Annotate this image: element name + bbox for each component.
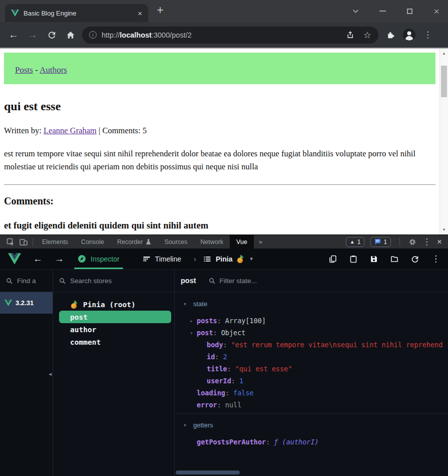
state-section-header[interactable]: ▾ state <box>175 299 448 308</box>
collapse-panel-icon[interactable]: ◂ <box>49 371 52 377</box>
compass-icon <box>78 255 86 263</box>
timeline-icon <box>143 255 151 263</box>
chat-bubble-icon <box>374 239 381 245</box>
vue-logo-icon <box>8 253 21 265</box>
tab-sources[interactable]: Sources <box>158 235 194 249</box>
inspect-element-icon[interactable] <box>4 238 17 246</box>
more-tabs-icon[interactable]: » <box>254 238 267 246</box>
plugin-selector[interactable]: Pinia ▾ <box>203 255 253 263</box>
store-item-comment[interactable]: comment <box>59 336 171 348</box>
page-info-icon[interactable]: i <box>89 31 97 39</box>
author-link[interactable]: Leanne Graham <box>44 126 97 135</box>
vue-menu-icon[interactable]: ⋮ <box>431 254 440 264</box>
vue-app-icon <box>5 300 12 306</box>
store-item-post[interactable]: post <box>59 311 171 323</box>
post-body: est rerum tempore vitae sequi sint nihil… <box>4 147 433 173</box>
warnings-badge[interactable]: ▲1 <box>346 237 365 247</box>
paste-clipboard-icon[interactable] <box>349 255 357 263</box>
extensions-puzzle-icon[interactable] <box>386 31 395 39</box>
browser-window: Basic Blog Engine × + × ← → i http://loc… <box>0 0 448 476</box>
plugin-dropdown-icon[interactable]: ▾ <box>250 256 253 262</box>
scroll-up-icon[interactable]: ▲ <box>440 51 448 56</box>
posts-link[interactable]: Posts <box>15 65 33 75</box>
window-close-icon[interactable]: × <box>432 7 441 16</box>
address-bar[interactable]: i http://localhost:3000/post/2 ☆ <box>82 27 378 44</box>
horizontal-scroll-thumb[interactable] <box>176 470 240 474</box>
share-icon[interactable] <box>346 31 354 39</box>
state-row-id[interactable]: id2 <box>175 351 448 363</box>
pinia-root-node[interactable]: Pinia (root) <box>53 298 174 311</box>
devtools-close-icon[interactable]: × <box>437 237 442 247</box>
bookmark-star-icon[interactable]: ☆ <box>363 31 371 40</box>
reload-icon[interactable] <box>44 28 59 43</box>
search-icon <box>6 278 13 284</box>
search-stores-input[interactable] <box>70 277 168 285</box>
tab-elements[interactable]: Elements <box>36 235 75 249</box>
expand-arrow-icon[interactable]: ▾ <box>188 330 195 336</box>
tab-close-icon[interactable]: × <box>138 10 142 17</box>
device-toolbar-icon[interactable] <box>17 238 30 246</box>
apps-panel: 3.2.31 ◂ <box>0 270 53 476</box>
forward-icon[interactable]: → <box>25 28 40 43</box>
url-text[interactable]: http://localhost:3000/post/2 <box>102 31 341 39</box>
getters-section-header[interactable]: ▾ getters <box>175 420 448 429</box>
profile-avatar[interactable] <box>403 29 415 41</box>
warning-triangle-icon: ▲ <box>350 239 355 245</box>
browser-tab[interactable]: Basic Blog Engine × <box>5 4 148 22</box>
tab-recorder[interactable]: Recorder <box>111 235 158 249</box>
tab-network[interactable]: Network <box>194 235 230 249</box>
devtools-settings-gear-icon[interactable] <box>408 238 416 246</box>
home-icon[interactable] <box>63 28 78 43</box>
site-nav: Posts - Authors <box>4 53 435 84</box>
window-minimize-icon[interactable] <box>378 7 387 16</box>
tab-timeline[interactable]: Timeline <box>133 249 191 269</box>
post-byline: Written by: Leanne Graham | Comments: 5 <box>4 126 435 136</box>
state-inspector-panel: post ▾ state ▸postsArray[100] ▾postObjec… <box>175 270 448 476</box>
list-icon <box>203 255 211 263</box>
find-app-input[interactable] <box>17 277 47 285</box>
tab-vue[interactable]: Vue <box>230 235 254 249</box>
state-row-error[interactable]: errornull <box>175 399 448 411</box>
window-controls: × <box>351 0 441 22</box>
inspected-store-title: post <box>181 277 196 285</box>
window-maximize-icon[interactable] <box>405 7 414 16</box>
devtools-menu-icon[interactable]: ⋮ <box>422 236 431 247</box>
tab-inspector[interactable]: Inspector <box>68 249 129 269</box>
post-title: qui est esse <box>4 100 435 113</box>
filter-state-input[interactable] <box>220 277 442 285</box>
scroll-thumb[interactable] <box>441 66 447 97</box>
state-row-title[interactable]: title"qui est esse" <box>175 363 448 375</box>
app-version-row[interactable]: 3.2.31 <box>0 292 53 314</box>
history-back-icon[interactable]: ← <box>33 254 43 265</box>
comment-title: et fugit eligendi deleniti quidem qui si… <box>4 220 435 231</box>
state-row-body[interactable]: body"est rerum tempore vitae\nsequi sint… <box>175 339 448 351</box>
state-row-userid[interactable]: userId1 <box>175 375 448 387</box>
copy-icon[interactable] <box>329 255 337 263</box>
page-scrollbar[interactable]: ▲ ▼ <box>439 49 448 234</box>
open-folder-icon[interactable] <box>390 255 398 263</box>
history-forward-icon[interactable]: → <box>55 254 64 265</box>
save-icon[interactable] <box>370 255 378 263</box>
state-row-posts[interactable]: ▸postsArray[100] <box>175 315 448 327</box>
state-row-post[interactable]: ▾postObject <box>175 327 448 339</box>
section-expanded-icon: ▾ <box>184 422 190 428</box>
refresh-icon[interactable] <box>411 255 419 263</box>
browser-menu-icon[interactable]: ⋮ <box>423 30 432 40</box>
scroll-down-icon[interactable]: ▼ <box>440 227 448 232</box>
devtools-tabbar: Elements Console Recorder Sources Networ… <box>0 234 448 249</box>
state-row-loading[interactable]: loadingfalse <box>175 387 448 399</box>
overflow-chevron-icon[interactable]: › <box>194 255 196 263</box>
window-chevron-icon[interactable] <box>351 7 360 16</box>
new-tab-button[interactable]: + <box>153 4 167 17</box>
getter-row-getpostsperauthor[interactable]: getPostsPerAuthorƒ (authorI) <box>175 436 448 448</box>
store-item-author[interactable]: author <box>59 323 171 336</box>
browser-toolbar: ← → i http://localhost:3000/post/2 ☆ ⋮ <box>0 22 448 48</box>
tab-console[interactable]: Console <box>75 235 111 249</box>
expand-arrow-icon[interactable]: ▸ <box>188 318 195 324</box>
vue-favicon-icon <box>11 10 19 17</box>
authors-link[interactable]: Authors <box>40 65 67 75</box>
messages-badge[interactable]: 1 <box>370 237 391 247</box>
search-icon <box>59 278 66 284</box>
pineapple-icon <box>71 300 78 309</box>
back-icon[interactable]: ← <box>6 28 21 43</box>
